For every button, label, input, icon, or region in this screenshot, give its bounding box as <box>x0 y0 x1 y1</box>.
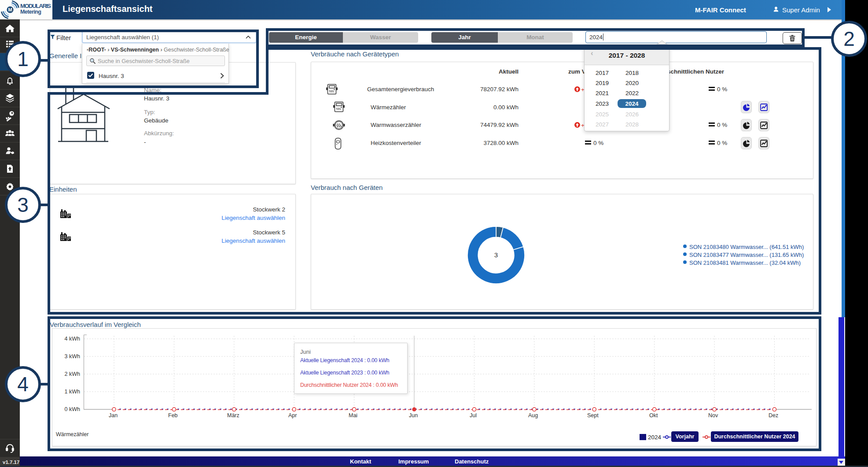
svg-text:MODULARIS: MODULARIS <box>20 3 51 9</box>
svg-text:v1.7.17: v1.7.17 <box>3 460 19 465</box>
svg-text:3: 3 <box>494 251 498 259</box>
svg-text:Metering: Metering <box>20 9 41 15</box>
svg-text:M: M <box>8 7 12 12</box>
